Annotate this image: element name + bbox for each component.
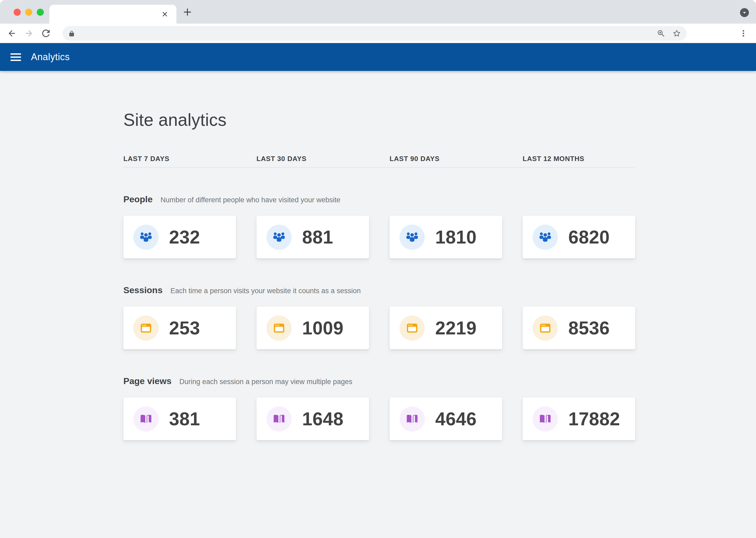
reload-icon[interactable]	[41, 28, 51, 38]
icon-badge	[133, 315, 159, 341]
metric-card: 4646	[390, 398, 502, 440]
metric-card: 2219	[390, 306, 502, 350]
period-columns-header: LAST 7 DAYS LAST 30 DAYS LAST 90 DAYS LA…	[123, 154, 635, 163]
minimize-window-button[interactable]	[25, 9, 32, 16]
forward-arrow-icon[interactable]	[24, 28, 34, 38]
star-icon[interactable]	[673, 29, 681, 37]
icon-badge	[400, 315, 425, 341]
browser-window-icon	[139, 321, 153, 336]
close-window-button[interactable]	[14, 9, 21, 16]
section-header-sessions: Sessions Each time a person visits your …	[123, 285, 756, 296]
open-book-icon	[272, 412, 286, 426]
metric-card: 17882	[523, 398, 635, 440]
address-bar[interactable]	[63, 26, 687, 41]
section-description: Number of different people who have visi…	[161, 195, 340, 205]
browser-tab[interactable]	[49, 5, 176, 24]
section-title: Sessions	[123, 285, 163, 295]
icon-badge	[400, 406, 425, 432]
metric-card: 253	[123, 306, 236, 350]
browser-window-icon	[538, 321, 552, 336]
icon-badge	[266, 315, 292, 341]
metric-value: 1648	[302, 408, 344, 430]
zoom-window-button[interactable]	[37, 9, 44, 16]
column-header-last-12-months: LAST 12 MONTHS	[523, 154, 635, 163]
column-header-last-30-days: LAST 30 DAYS	[257, 154, 369, 163]
icon-badge	[400, 225, 425, 250]
people-icon	[538, 230, 552, 244]
browser-window: Analytics Site analytics LAST 7 DAYS LAS…	[0, 0, 756, 538]
metric-card: 8536	[523, 306, 635, 350]
people-icon	[405, 230, 419, 244]
browser-toolbar	[0, 24, 756, 43]
page-views-cards-row: 381 1648	[123, 398, 635, 440]
header-divider	[123, 167, 635, 168]
metric-value: 17882	[568, 408, 620, 430]
people-cards-row: 232 881	[123, 216, 635, 258]
section-description: During each session a person may view mu…	[179, 376, 352, 387]
icon-badge	[133, 406, 159, 432]
icon-badge	[266, 225, 292, 250]
icon-badge	[266, 406, 292, 432]
metric-value: 6820	[568, 227, 610, 248]
metric-value: 1009	[302, 318, 344, 339]
hamburger-menu-icon[interactable]	[11, 53, 21, 61]
open-book-icon	[538, 412, 552, 426]
browser-window-icon	[272, 321, 286, 336]
people-icon	[272, 230, 286, 244]
tab-search-button[interactable]	[740, 8, 749, 17]
kebab-menu-icon[interactable]	[739, 28, 748, 38]
metric-card: 381	[123, 398, 236, 440]
icon-badge	[533, 315, 558, 341]
section-title: People	[123, 194, 153, 204]
plus-icon	[182, 7, 193, 17]
metric-card: 6820	[523, 216, 635, 258]
metric-card: 1810	[390, 216, 502, 258]
window-controls	[14, 9, 44, 16]
page-content: Site analytics LAST 7 DAYS LAST 30 DAYS …	[0, 71, 756, 538]
section-header-page-views: Page views During each session a person …	[123, 376, 756, 387]
app-bar: Analytics	[0, 43, 756, 71]
metric-card: 1648	[257, 398, 369, 440]
section-title: Page views	[123, 376, 171, 386]
new-tab-button[interactable]	[182, 7, 193, 17]
metric-value: 881	[302, 227, 333, 248]
section-description: Each time a person visits your website i…	[170, 286, 361, 296]
open-book-icon	[139, 412, 153, 426]
tab-strip	[0, 0, 756, 24]
icon-badge	[533, 225, 558, 250]
icon-badge	[133, 225, 159, 250]
sessions-cards-row: 253 1009	[123, 306, 635, 350]
browser-window-icon	[405, 321, 419, 336]
icon-badge	[533, 406, 558, 432]
section-header-people: People Number of different people who ha…	[123, 194, 756, 205]
page-title: Site analytics	[123, 71, 756, 130]
lock-icon	[68, 30, 75, 37]
metric-value: 2219	[435, 318, 477, 339]
close-icon[interactable]	[161, 11, 168, 18]
zoom-in-icon[interactable]	[657, 29, 665, 37]
people-icon	[139, 230, 153, 244]
open-book-icon	[405, 412, 419, 426]
metric-value: 232	[169, 227, 200, 248]
metric-value: 253	[169, 318, 200, 339]
column-header-last-90-days: LAST 90 DAYS	[390, 154, 502, 163]
metric-value: 4646	[435, 408, 477, 430]
app-title: Analytics	[31, 51, 70, 63]
chevron-down-icon	[741, 10, 747, 16]
metric-card: 881	[257, 216, 369, 258]
metric-value: 8536	[568, 318, 610, 339]
metric-card: 232	[123, 216, 236, 258]
back-arrow-icon[interactable]	[7, 28, 17, 38]
column-header-last-7-days: LAST 7 DAYS	[123, 154, 236, 163]
metric-value: 381	[169, 408, 200, 430]
metric-card: 1009	[257, 306, 369, 350]
metric-value: 1810	[435, 227, 477, 248]
